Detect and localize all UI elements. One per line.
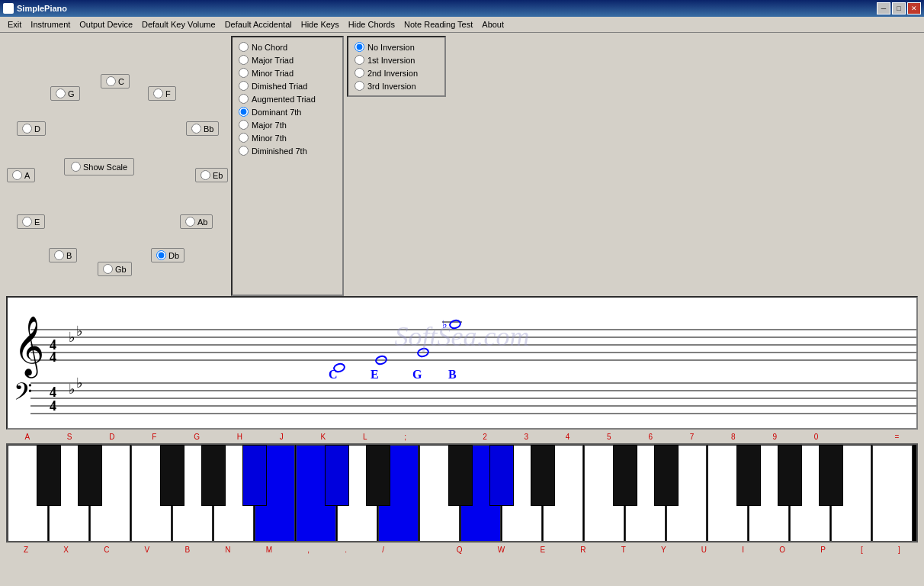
chord-no-chord[interactable]: No Chord: [236, 40, 339, 53]
black-key[interactable]: [325, 445, 349, 506]
chord-major-7th[interactable]: Major 7th: [236, 118, 339, 131]
note-ab-button[interactable]: Ab: [180, 214, 213, 229]
svg-text:𝄢: 𝄢: [14, 378, 32, 411]
note-g-button[interactable]: G: [50, 86, 80, 101]
close-button[interactable]: ✕: [907, 2, 921, 14]
menu-default-key-volume[interactable]: Default Key Volume: [137, 18, 220, 31]
black-key[interactable]: [201, 445, 226, 506]
piano-keyboard: [6, 443, 918, 543]
black-key[interactable]: [37, 445, 61, 506]
staff-svg: 𝄞 𝄢 4 4 4 4 ♭ ♭ ♭ ♭ C E: [8, 298, 916, 430]
menu-instrument[interactable]: Instrument: [26, 18, 75, 31]
keyboard-top-labels: A S D F G H J K L ; | 2 3 4 5 6 7 8 9 0 …: [0, 430, 924, 443]
svg-text:G: G: [412, 368, 422, 381]
show-scale-button[interactable]: Show Scale: [64, 158, 134, 175]
svg-text:♭: ♭: [69, 330, 75, 345]
inversion-no-inversion[interactable]: No Inversion: [351, 40, 441, 53]
main-content: C G F D Bb A Show Sc: [0, 33, 924, 585]
chord-dimished-triad[interactable]: Dimished Triad: [236, 79, 339, 92]
svg-text:E: E: [371, 368, 379, 381]
svg-text:B: B: [448, 368, 457, 381]
inversion-3rd[interactable]: 3rd Inversion: [351, 79, 441, 92]
black-key[interactable]: [78, 445, 102, 506]
note-b-button[interactable]: B: [49, 248, 77, 262]
black-key[interactable]: [489, 445, 514, 506]
svg-text:♭: ♭: [76, 324, 82, 339]
app-icon: ♪: [3, 3, 14, 14]
black-key[interactable]: [531, 445, 555, 506]
svg-text:4: 4: [50, 349, 56, 365]
chord-minor-triad[interactable]: Minor Triad: [236, 66, 339, 79]
minimize-button[interactable]: ─: [877, 2, 890, 14]
title-bar-text: ♪ SimplePiano: [3, 3, 67, 14]
black-key[interactable]: [160, 445, 184, 506]
svg-text:♭: ♭: [69, 382, 75, 397]
menu-about[interactable]: About: [477, 18, 509, 31]
inversion-2nd[interactable]: 2nd Inversion: [351, 66, 441, 79]
app-title: SimplePiano: [17, 4, 67, 13]
svg-text:4: 4: [50, 385, 56, 400]
menu-hide-keys[interactable]: Hide Keys: [297, 18, 344, 31]
black-key[interactable]: [366, 445, 390, 506]
black-key[interactable]: [736, 445, 761, 506]
maximize-button[interactable]: □: [892, 2, 906, 14]
svg-text:♭: ♭: [442, 319, 448, 330]
black-key[interactable]: [613, 445, 637, 506]
note-db-button[interactable]: Db: [151, 248, 184, 262]
black-key[interactable]: [819, 445, 843, 506]
chord-augmented-triad[interactable]: Augmented Triad: [236, 92, 339, 105]
chord-diminished-7th[interactable]: Diminished 7th: [236, 144, 339, 157]
white-key[interactable]: [872, 445, 913, 543]
menu-default-accidental[interactable]: Default Accidental: [220, 18, 297, 31]
chord-minor-7th[interactable]: Minor 7th: [236, 131, 339, 144]
keyboard-bottom-labels: Z X C V B N M , . / | Q W E R T Y U I O …: [0, 543, 924, 556]
note-gb-button[interactable]: Gb: [98, 262, 132, 276]
window-controls: ─ □ ✕: [877, 2, 921, 14]
menu-note-reading-test[interactable]: Note Reading Test: [399, 18, 477, 31]
chord-dominant-7th[interactable]: Dominant 7th: [236, 105, 339, 118]
menu-output-device[interactable]: Output Device: [75, 18, 137, 31]
svg-text:𝄞: 𝄞: [14, 316, 44, 378]
note-f-button[interactable]: F: [148, 86, 176, 101]
note-bb-button[interactable]: Bb: [186, 121, 219, 136]
notation-area: SoftSea.com 𝄞 𝄢 4 4 4 4: [6, 296, 918, 430]
inversion-1st[interactable]: 1st Inversion: [351, 53, 441, 66]
inversion-panel: No Inversion 1st Inversion 2nd Inversion…: [347, 36, 446, 97]
title-bar: ♪ SimplePiano ─ □ ✕: [0, 0, 924, 17]
svg-text:♭: ♭: [76, 375, 82, 391]
note-c-button[interactable]: C: [101, 74, 130, 89]
menu-bar: Exit Instrument Output Device Default Ke…: [0, 17, 924, 33]
chord-panel: No Chord Major Triad Minor Triad Dimishe…: [231, 36, 344, 296]
menu-hide-chords[interactable]: Hide Chords: [344, 18, 399, 31]
black-key[interactable]: [778, 445, 802, 506]
note-a-button[interactable]: A: [7, 168, 35, 182]
black-key[interactable]: [448, 445, 473, 506]
note-eb-button[interactable]: Eb: [195, 168, 228, 182]
svg-point-28: [449, 319, 461, 329]
svg-text:4: 4: [50, 398, 56, 414]
black-key[interactable]: [242, 445, 267, 506]
menu-exit[interactable]: Exit: [3, 18, 26, 31]
svg-text:C: C: [329, 368, 338, 381]
black-key[interactable]: [654, 445, 679, 506]
note-e-button[interactable]: E: [17, 214, 45, 229]
note-buttons-panel: C G F D Bb A Show Sc: [3, 36, 228, 296]
note-d-button[interactable]: D: [17, 121, 46, 136]
chord-major-triad[interactable]: Major Triad: [236, 53, 339, 66]
